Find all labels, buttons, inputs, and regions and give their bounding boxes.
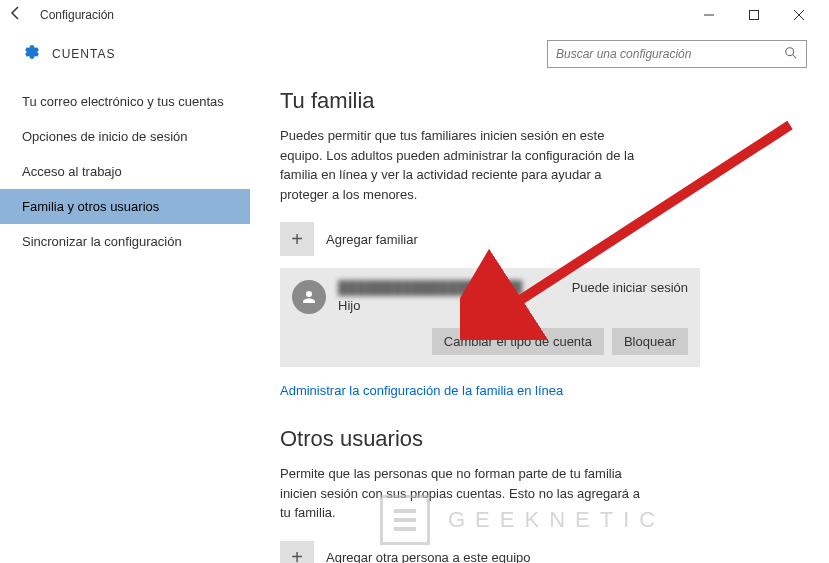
svg-line-5 [793,54,797,58]
block-button[interactable]: Bloquear [612,328,688,355]
add-family-label: Agregar familiar [326,232,418,247]
family-member-card[interactable]: ████████████████████ Puede iniciar sesió… [280,268,700,367]
back-button[interactable] [8,5,32,25]
member-role: Hijo [338,298,688,313]
plus-icon: + [280,222,314,256]
manage-family-online-link[interactable]: Administrar la configuración de la famil… [280,383,563,398]
others-heading: Otros usuarios [280,426,799,452]
others-description: Permite que las personas que no forman p… [280,464,650,523]
window-title: Configuración [40,8,686,22]
member-email: ████████████████████ [338,280,522,295]
minimize-button[interactable] [686,0,731,30]
add-other-user-button[interactable]: + Agregar otra persona a este equipo [280,541,799,564]
gear-icon [22,42,42,66]
titlebar: Configuración [0,0,829,30]
family-description: Puedes permitir que tus familiares inici… [280,126,650,204]
sidebar: Tu correo electrónico y tus cuentas Opci… [0,78,250,563]
sidebar-item-family-users[interactable]: Familia y otros usuarios [0,189,250,224]
change-account-type-button[interactable]: Cambiar el tipo de cuenta [432,328,604,355]
search-icon[interactable] [784,46,798,63]
sidebar-item-work-access[interactable]: Acceso al trabajo [0,154,250,189]
svg-point-4 [786,47,794,55]
sidebar-item-sync-settings[interactable]: Sincronizar la configuración [0,224,250,259]
maximize-button[interactable] [731,0,776,30]
plus-icon: + [280,541,314,564]
avatar-icon [292,280,326,314]
add-family-member-button[interactable]: + Agregar familiar [280,222,799,256]
close-button[interactable] [776,0,821,30]
svg-rect-1 [749,11,758,20]
search-box[interactable] [547,40,807,68]
family-heading: Tu familia [280,88,799,114]
search-input[interactable] [556,47,784,61]
main-content: Tu familia Puedes permitir que tus famil… [250,78,829,563]
header: CUENTAS [0,30,829,78]
member-status: Puede iniciar sesión [572,280,688,295]
add-other-label: Agregar otra persona a este equipo [326,550,531,563]
header-label: CUENTAS [52,47,547,61]
sidebar-item-email-accounts[interactable]: Tu correo electrónico y tus cuentas [0,84,250,119]
sidebar-item-signin-options[interactable]: Opciones de inicio de sesión [0,119,250,154]
